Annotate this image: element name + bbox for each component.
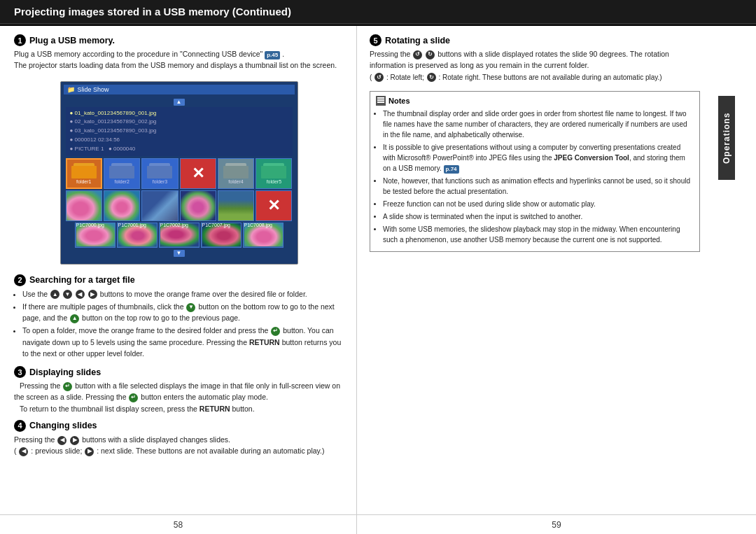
thumb-nav-up-btn[interactable]: ▲ — [174, 99, 185, 106]
btn-rotate-left2-icon: ↺ — [374, 73, 384, 82]
btn-rotate-right2-icon: ↻ — [427, 73, 436, 82]
btn-enter-icon: ↵ — [271, 327, 280, 336]
btn-left-icon: ◀ — [76, 290, 85, 299]
thumb-row-2: ✕ — [66, 190, 293, 221]
thumb-cell-grey: folder4 — [218, 158, 254, 189]
section-4-num: 4 — [14, 420, 26, 432]
notes-ref-b74: p.74 — [444, 165, 459, 174]
thumb-nav-up: ▲ — [66, 99, 293, 106]
thumb-cell-img1 — [66, 190, 102, 221]
main-content: 1 Plug a USB memory. Plug a USB memory a… — [0, 26, 756, 514]
jpeg-tool-label: JPEG Conversion Tool — [554, 154, 629, 162]
s5-paren-open: ( — [370, 73, 372, 81]
section-5: 5 Rotating a slide Pressing the ↺ ↻ butt… — [370, 34, 700, 83]
thumb-cell-img4 — [180, 190, 216, 221]
btn-prev-icon: ▲ — [70, 314, 79, 323]
section-1-label: Plug a USB memory. — [29, 36, 115, 45]
thumb-row-3: P1C7000.jpg P1C7001.jpg P1C7002.jpg P1C7… — [66, 223, 293, 248]
section-5-label: Rotating a slide — [385, 36, 450, 45]
btn-next-slide2-icon: ▶ — [85, 447, 94, 456]
thumb-grid: ▲ ● 01_kato_001234567890_001.jpg ● 02_ka… — [64, 97, 295, 261]
s4-parens-open: ( — [14, 447, 17, 455]
s3-text2: To return to the thumbnail list display … — [14, 405, 255, 413]
cross-icon-1: ✕ — [192, 166, 204, 181]
s2-item2: If there are multiple pages of thumbnail… — [22, 301, 344, 324]
section-4: 4 Changing slides Pressing the ◀ ▶ butto… — [14, 420, 344, 457]
section-2-body: Use the ▲ ▼ ◀ ▶ buttons to move the oran… — [14, 288, 344, 360]
btn-autoplay-icon: ↵ — [129, 393, 138, 402]
page-num-left: 58 — [174, 520, 183, 530]
notes-body: The thumbnail display order and slide or… — [376, 108, 694, 245]
note-item-3: Note, however, that functions such as an… — [383, 176, 694, 197]
s3-return-label: RETURN — [200, 405, 230, 413]
thumb-nav-down-btn[interactable]: ▼ — [174, 250, 185, 257]
notes-section: Notes The thumbnail display order and sl… — [370, 91, 700, 252]
section-4-title: 4 Changing slides — [14, 420, 344, 432]
section-2-label: Searching for a target file — [29, 275, 135, 285]
sidebar-operations-tab: Operations — [718, 96, 735, 180]
btn-prev-slide2-icon: ◀ — [19, 447, 28, 456]
section-4-body: Pressing the ◀ ▶ buttons with a slide di… — [14, 434, 344, 457]
section-3: 3 Displaying slides Pressing the ↵ butto… — [14, 366, 344, 414]
thumb-cell-folder2: folder2 — [104, 158, 140, 189]
page-num-right: 59 — [552, 520, 561, 530]
btn-rotate-left-icon: ↺ — [413, 50, 422, 59]
thumb-cell-folder3: folder3 — [141, 158, 178, 189]
page-header: Projecting images stored in a USB memory… — [0, 0, 756, 24]
section-1: 1 Plug a USB memory. Plug a USB memory a… — [14, 34, 344, 71]
s5-sub: ( ↺ : Rotate left; ↻ : Rotate right. The… — [370, 73, 662, 81]
thumb-cell-img2 — [104, 190, 140, 221]
btn-play-icon: ↵ — [63, 382, 72, 391]
s2-item1: Use the ▲ ▼ ◀ ▶ buttons to move the oran… — [22, 288, 344, 300]
section-4-label: Changing slides — [29, 421, 97, 430]
thumb-cell-sm5: P1C7008.jpg — [243, 223, 284, 248]
section-2: 2 Searching for a target file Use the ▲ … — [14, 274, 344, 361]
thumb-cell-sm1: P1C7000.jpg — [75, 223, 115, 248]
thumb-cell-sm2: P1C7001.jpg — [117, 223, 158, 248]
note-item-1: The thumbnail display order and slide or… — [383, 108, 694, 140]
thumb-title-bar: 📁 Slide Show — [64, 85, 295, 94]
section-1-body: Plug a USB memory according to the proce… — [14, 48, 344, 71]
thumbnail-screenshot: 📁 Slide Show ▲ ● 01_kato_001234567890_00… — [60, 81, 298, 265]
section-5-body: Pressing the ↺ ↻ buttons with a slide di… — [370, 48, 700, 83]
thumb-file-list: ● 01_kato_001234567890_001.jpg ● 02_kato… — [66, 107, 293, 156]
section-3-body: Pressing the ↵ button with a file select… — [14, 380, 344, 414]
right-column: 5 Rotating a slide Pressing the ↺ ↻ butt… — [357, 26, 735, 514]
btn-rotate-right-icon: ↻ — [426, 50, 435, 59]
notes-icon — [376, 96, 386, 106]
thumb-cell-sm4: P1C7007.jpg — [201, 223, 241, 248]
note-item-5: A slide show is terminated when the inpu… — [383, 211, 694, 222]
section-3-num: 3 — [14, 366, 26, 378]
thumb-title-icon: 📁 — [67, 86, 75, 93]
thumb-cell-cross2: ✕ — [255, 190, 292, 221]
section-3-title: 3 Displaying slides — [14, 366, 344, 378]
section-2-num: 2 — [14, 274, 26, 286]
s2-return-label: RETURN — [249, 338, 280, 346]
btn-prev-slide-icon: ◀ — [57, 436, 66, 445]
notes-list: The thumbnail display order and slide or… — [376, 108, 694, 245]
thumb-row-1: folder1 folder2 — [66, 158, 293, 189]
thumb-title-text: Slide Show — [78, 86, 109, 93]
s3-text1: Pressing the ↵ button with a file select… — [14, 381, 340, 401]
page-title: Projecting images stored in a USB memory… — [14, 6, 291, 17]
note-item-4: Freeze function can not be used during s… — [383, 199, 694, 209]
notes-title: Notes — [376, 96, 694, 106]
note-item-6: With some USB memories, the slideshow pl… — [383, 224, 694, 245]
section-1-num: 1 — [14, 34, 26, 46]
section-5-title: 5 Rotating a slide — [370, 34, 700, 46]
cross-icon-2: ✕ — [267, 198, 280, 213]
sidebar-tab-label: Operations — [722, 112, 732, 163]
notes-label: Notes — [388, 97, 410, 105]
btn-next-slide-icon: ▶ — [70, 436, 79, 445]
btn-down-icon: ▼ — [63, 290, 72, 299]
btn-up-icon: ▲ — [50, 290, 59, 299]
left-column: 1 Plug a USB memory. Plug a USB memory a… — [0, 26, 357, 514]
thumb-cell-cross1: ✕ — [180, 158, 216, 189]
page-footer: 58 59 — [0, 514, 756, 534]
note-item-2: It is possible to give presentations wit… — [383, 142, 694, 174]
thumb-cell-sm3: P1C7002.jpg — [159, 223, 200, 248]
thumb-cell-img3 — [141, 190, 178, 221]
thumb-cell-teal: folder5 — [255, 158, 292, 189]
thumb-cell-img5 — [218, 190, 254, 221]
page-container: Projecting images stored in a USB memory… — [0, 0, 756, 534]
